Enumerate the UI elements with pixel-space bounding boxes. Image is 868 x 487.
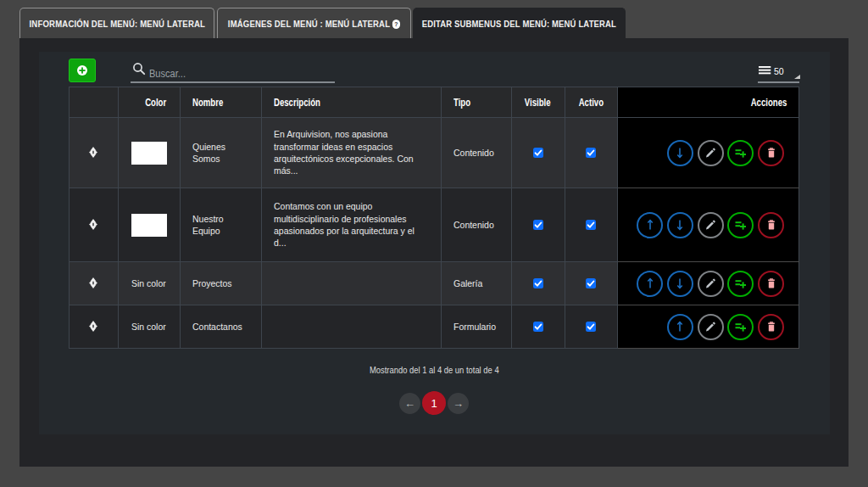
- svg-text:?: ?: [394, 20, 398, 29]
